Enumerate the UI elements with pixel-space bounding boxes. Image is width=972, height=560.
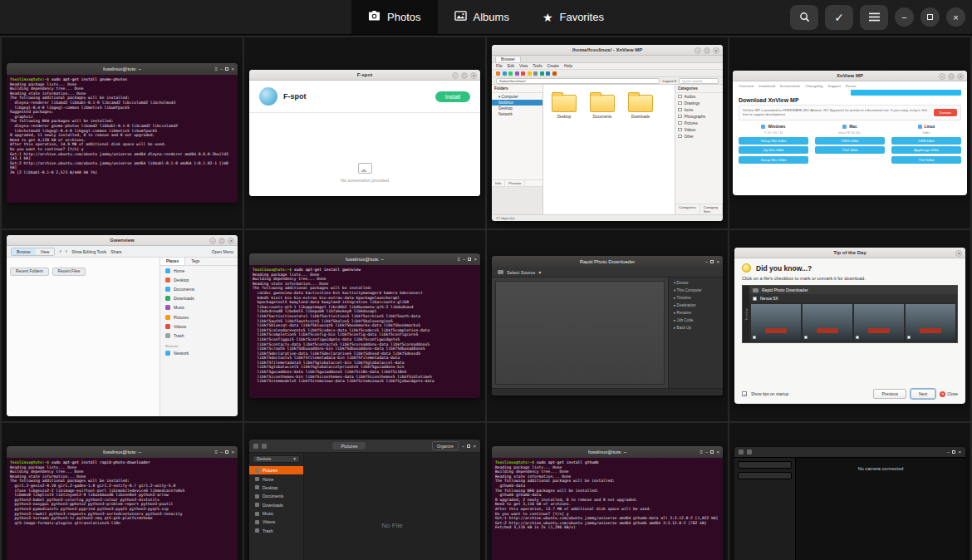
fspot-app-name: F-spot xyxy=(283,92,430,101)
menu-item: View xyxy=(519,64,528,68)
photo-thumbnail-terminal-gwenview[interactable]: fosslinux@tuts: ~ ≡−× fosslinux@tuts:~$ … xyxy=(244,230,485,421)
download-button: DEB 64bit xyxy=(891,137,961,145)
photo-thumbnail-xnview-download[interactable]: XnView MP −□× OverviewDownloadScreenshot… xyxy=(729,37,970,228)
download-button: Zip Win 64bit xyxy=(739,146,808,154)
window-title: Rapid Photo Downloader xyxy=(492,259,723,264)
sidebar: Devices▾ PicturesHomeDesktopDocumentsDow… xyxy=(249,453,304,560)
download-button: TGZ 64bit xyxy=(891,156,961,164)
place-icon xyxy=(165,268,170,273)
photo-thumbnail-tip-of-the-day[interactable]: Tip of the Day × Did you know...? Click … xyxy=(729,230,970,421)
checkbox-icon xyxy=(678,121,682,125)
gwenview-body: Recent FoldersRecent Files PlacesTags Ho… xyxy=(7,258,238,416)
window-titlebar: Gwenview −□× xyxy=(7,235,238,246)
terminal-titlebar: fosslinux@tuts: ~ ≡−× xyxy=(7,63,238,75)
select-source-label: Select Source xyxy=(507,270,535,275)
sidebar-item: Pictures xyxy=(249,466,303,474)
embedded-screenshot: Timeline Rapid Photo Downloader Nexus 5X xyxy=(742,285,958,343)
empty-state-text: No File xyxy=(381,522,402,529)
tab-photos-label: Photos xyxy=(387,11,420,23)
photo-thumbnail-gwenview[interactable]: Gwenview −□× Browse View ‹ › Show Editin… xyxy=(2,230,243,421)
folder-label: Downloads xyxy=(631,115,650,119)
fspot-body: No screenshot provided xyxy=(249,112,480,196)
folder-tree-item: Desktop xyxy=(492,106,542,111)
search-button[interactable] xyxy=(790,5,818,30)
place-icon xyxy=(165,315,170,320)
image-placeholder-icon xyxy=(358,163,372,174)
photo-thumbnail-fspot[interactable]: F-spot −□× F-spot Install No screenshot … xyxy=(244,37,485,228)
tab-favorites-label: Favorites xyxy=(559,11,603,23)
open-menu-button: Open Menu xyxy=(212,249,233,254)
sidebar-list: PicturesHomeDesktopDocumentsDownloadsMus… xyxy=(249,466,303,535)
device-row: Nexus 5X xyxy=(749,294,957,302)
place-icon xyxy=(165,296,170,301)
import-sidebar xyxy=(734,458,796,560)
tab-albums[interactable]: Albums xyxy=(438,0,526,34)
photo-thumbnail-gthumb-import[interactable]: −× No camera connected xyxy=(729,423,970,560)
menu-button[interactable] xyxy=(860,5,888,30)
tab-photos[interactable]: Photos xyxy=(351,0,437,34)
screenshot-header: Rapid Photo Downloader xyxy=(749,286,957,294)
terminal-window-screenshot: fosslinux@tuts: ~ ≡−× fosslinux@tuts:~$ … xyxy=(7,63,238,203)
window-controls: −□× xyxy=(939,73,964,80)
layout-dropdown: Layout ▾ xyxy=(662,79,676,83)
folder-icon xyxy=(255,503,259,507)
place-item: Desktop xyxy=(160,275,238,284)
window-title: /home/fosslinux/ - XnView MP xyxy=(492,47,723,52)
view-switcher: Photos Albums ★ Favorites xyxy=(351,0,621,34)
site-banner xyxy=(851,90,961,96)
terminal-window-controls: ≡−× xyxy=(214,446,234,458)
folder-tree-item: Network xyxy=(492,111,542,117)
remote-section-label: Remote xyxy=(160,341,238,349)
camera-icon xyxy=(753,288,758,292)
terminal-titlebar: fosslinux@tuts: ~ ≡−× xyxy=(492,446,723,458)
photo-thumbnail-terminal-gthumb[interactable]: fosslinux@tuts: ~ ≡−× fosslinux@tuts:~$ … xyxy=(487,423,728,560)
download-button: AppImage 64bit xyxy=(891,146,961,154)
panel-section: ▸ Rename xyxy=(669,309,723,317)
download-page-screenshot: XnView MP −□× OverviewDownloadScreenshot… xyxy=(733,71,967,195)
terminal-title: fosslinux@tuts: ~ xyxy=(7,66,238,71)
photo-thumbs-row xyxy=(749,302,957,342)
checkbox-icon xyxy=(753,297,757,301)
site-nav: OverviewDownloadScreenshotsChangelogSupp… xyxy=(733,81,967,89)
checkbox-icon xyxy=(678,95,682,99)
file-list: Desktop Documents Downloads xyxy=(543,85,675,214)
select-button[interactable]: ✓ xyxy=(825,5,853,30)
checkbox-icon xyxy=(678,108,682,112)
menu-item: File xyxy=(496,64,503,68)
back-icon xyxy=(253,444,258,449)
download-button: Setup Win 32bit xyxy=(739,156,808,164)
dialog-titlebar: Tip of the Day × xyxy=(734,248,965,258)
window-controls: −× xyxy=(705,256,719,268)
view-mode-switch: Browse View xyxy=(11,248,55,256)
close-button[interactable]: × xyxy=(946,7,965,27)
photo-thumbnail-terminal-gnome-photos[interactable]: fosslinux@tuts: ~ ≡−× fosslinux@tuts:~$ … xyxy=(2,37,243,228)
camera-icon xyxy=(498,270,503,274)
tab-favorites[interactable]: ★ Favorites xyxy=(526,0,621,34)
photo-thumbnail-xnview-browser[interactable]: /home/fosslinux/ - XnView MP −□× Browser… xyxy=(487,37,728,228)
maximize-button[interactable] xyxy=(920,7,940,27)
photo-thumbnail-terminal-rapid[interactable]: fosslinux@tuts: ~ ≡−× fosslinux@tuts:~$ … xyxy=(2,423,243,560)
folder-icon xyxy=(255,494,259,499)
sidebar-item: Home xyxy=(249,474,303,483)
rpd-body: ▾ Device▾ This Computer▸ Timeline▸ Desti… xyxy=(492,278,723,388)
folder-tree: ▾ ComputerfosslinuxDesktopNetwork xyxy=(492,93,542,118)
panel-tab: Places xyxy=(160,258,185,265)
photo-thumbnail-gthumb-browser[interactable]: Pictures Organize −× Devices▾ PicturesHo… xyxy=(244,423,485,560)
fspot-logo-icon xyxy=(259,87,277,106)
gthumb-window-screenshot: Pictures Organize −× Devices▾ PicturesHo… xyxy=(249,440,480,560)
folder-icon xyxy=(628,95,653,112)
window-title: Gwenview xyxy=(7,238,238,243)
fspot-header: F-spot Install xyxy=(249,81,480,112)
terminal-window-screenshot: fosslinux@tuts: ~ ≡−× fosslinux@tuts:~$ … xyxy=(249,253,480,398)
terminal-window-controls: ≡−× xyxy=(214,63,234,75)
browser-tab: Browser xyxy=(495,56,521,62)
window-titlebar: /home/fosslinux/ - XnView MP −□× xyxy=(492,45,723,56)
freeware-note: XnView MP is provided as FREEWARE (NO Ad… xyxy=(739,105,961,120)
menu-item: Create xyxy=(547,64,559,68)
terminal-title: fosslinux@tuts: ~ xyxy=(492,449,723,454)
minimize-button[interactable]: − xyxy=(895,7,914,27)
menu-item: Edit xyxy=(508,64,514,68)
gwenview-toolbar: Browse View ‹ › Show Editing Tools Share… xyxy=(7,246,238,258)
nav-link: Screenshots xyxy=(780,84,800,88)
photo-thumbnail-rapid-photo-downloader[interactable]: Rapid Photo Downloader −× Select Source … xyxy=(487,230,728,421)
